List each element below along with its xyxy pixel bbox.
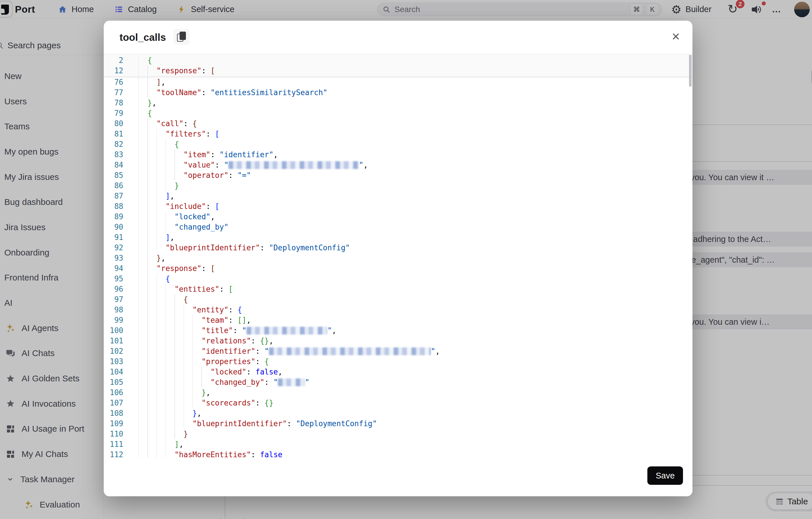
code-line-112: 112"hasMoreEntities": false [104, 450, 689, 458]
line-number: 107 [104, 398, 123, 408]
line-number: 90 [104, 222, 123, 232]
tool-calls-modal: tool_calls × 2{12"response": [ 76],77"to… [104, 21, 693, 496]
redacted-value [278, 378, 305, 386]
code-line-109: 109"blueprintIdentifier": "DeploymentCon… [104, 419, 689, 429]
code-line-103: 103"properties": { [104, 356, 689, 367]
code-line-111: 111], [104, 439, 689, 450]
line-number: 100 [104, 325, 123, 336]
line-number: 82 [104, 139, 123, 149]
code-line-84: 84"value": "", [104, 160, 689, 170]
line-number: 95 [104, 273, 123, 284]
save-button[interactable]: Save [647, 466, 683, 485]
code-line-87: 87], [104, 191, 689, 201]
line-number: 84 [104, 160, 123, 170]
code-line-105: 105"changed_by": "" [104, 377, 689, 387]
code-line-85: 85"operator": "=" [104, 170, 689, 180]
line-number: 102 [104, 346, 123, 356]
modal-footer: Save [104, 458, 693, 496]
code-lines: 76],77"toolName": "entitiesSimilaritySea… [104, 77, 689, 458]
line-number: 109 [104, 419, 123, 429]
editor-scrollbar[interactable] [689, 55, 692, 86]
line-number: 99 [104, 315, 123, 325]
copy-button[interactable] [174, 29, 190, 45]
code-line-80: 80"call": { [104, 118, 689, 129]
line-number: 86 [104, 180, 123, 191]
code-line-83: 83"item": "identifier", [104, 149, 689, 160]
line-number: 108 [104, 408, 123, 419]
line-number: 112 [104, 450, 123, 458]
line-number: 96 [104, 284, 123, 294]
code-line-97: 97{ [104, 294, 689, 305]
line-number: 91 [104, 232, 123, 242]
code-line-102: 102"identifier": "", [104, 346, 689, 356]
code-line-89: 89"locked", [104, 211, 689, 222]
modal-title: tool_calls [119, 32, 166, 43]
line-number: 92 [104, 242, 123, 253]
code-line-104: 104"locked": false, [104, 367, 689, 377]
code-line-78: 78}, [104, 98, 689, 108]
code-line-101: 101"relations": {}, [104, 336, 689, 346]
line-number: 89 [104, 211, 123, 222]
code-line-94: 94"response": [ [104, 263, 689, 273]
line-number: 78 [104, 98, 123, 108]
line-number: 101 [104, 336, 123, 346]
line-number: 104 [104, 367, 123, 377]
code-line-91: 91], [104, 232, 689, 242]
line-number: 79 [104, 108, 123, 118]
line-number: 81 [104, 129, 123, 139]
sticky-scroll-lines: 2{12"response": [ [104, 54, 693, 77]
line-number: 106 [104, 387, 123, 398]
line-number: 94 [104, 263, 123, 273]
line-number: 12 [104, 65, 123, 76]
code-line-110: 110} [104, 429, 689, 439]
redacted-value [246, 327, 327, 335]
code-line-108: 108}, [104, 408, 689, 419]
line-number: 105 [104, 377, 123, 387]
line-number: 76 [104, 77, 123, 87]
line-number: 83 [104, 149, 123, 160]
line-number: 80 [104, 118, 123, 129]
line-number: 93 [104, 253, 123, 263]
close-icon[interactable]: × [668, 28, 684, 44]
code-line-79: 79{ [104, 108, 689, 118]
code-line-92: 92"blueprintIdentifier": "DeploymentConf… [104, 242, 689, 253]
json-code-editor[interactable]: 2{12"response": [ 76],77"toolName": "ent… [104, 54, 693, 458]
code-line-106: 106}, [104, 387, 689, 398]
code-line-2: 2{ [104, 55, 693, 65]
line-number: 2 [104, 55, 123, 65]
line-number: 110 [104, 429, 123, 439]
line-number: 103 [104, 356, 123, 367]
code-line-76: 76], [104, 77, 689, 87]
code-line-12: 12"response": [ [104, 65, 693, 76]
code-line-93: 93}, [104, 253, 689, 263]
code-line-90: 90"changed_by" [104, 222, 689, 232]
line-number: 77 [104, 87, 123, 98]
code-line-82: 82{ [104, 139, 689, 149]
code-line-77: 77"toolName": "entitiesSimilaritySearch" [104, 87, 689, 98]
redacted-value [228, 161, 359, 169]
code-line-86: 86} [104, 180, 689, 191]
code-line-98: 98"entity": { [104, 305, 689, 315]
code-line-95: 95{ [104, 273, 689, 284]
line-number: 98 [104, 305, 123, 315]
redacted-value [269, 347, 431, 355]
line-number: 97 [104, 294, 123, 305]
code-line-99: 99"team": [], [104, 315, 689, 325]
line-number: 87 [104, 191, 123, 201]
code-line-81: 81"filters": [ [104, 129, 689, 139]
code-line-96: 96"entities": [ [104, 284, 689, 294]
line-number: 88 [104, 201, 123, 211]
code-line-100: 100"title": "", [104, 325, 689, 336]
line-number: 85 [104, 170, 123, 180]
line-number: 111 [104, 439, 123, 450]
code-line-107: 107"scorecards": {} [104, 398, 689, 408]
code-line-88: 88"include": [ [104, 201, 689, 211]
